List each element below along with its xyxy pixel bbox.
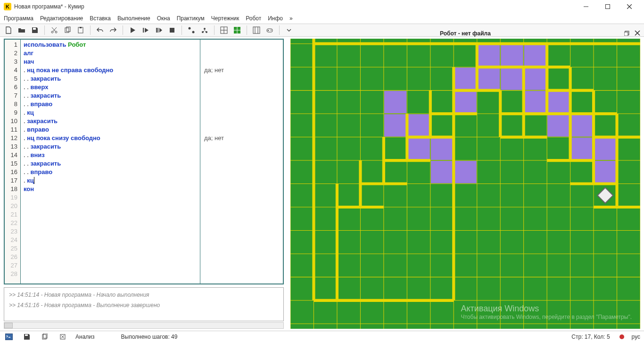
grid1-icon[interactable] [218, 25, 230, 36]
redo-icon[interactable] [107, 25, 119, 36]
menu-item[interactable]: » [289, 15, 293, 22]
svg-rect-81 [594, 161, 616, 183]
svg-rect-88 [454, 161, 476, 183]
svg-rect-69 [478, 67, 500, 90]
step-over-icon[interactable] [153, 25, 165, 36]
title-bar: K Новая программа* - Кумир [0, 0, 644, 13]
svg-rect-11 [143, 28, 144, 33]
svg-rect-32 [624, 32, 628, 36]
svg-rect-14 [170, 28, 174, 33]
clear-status-icon[interactable] [58, 333, 68, 341]
svg-point-30 [271, 30, 272, 31]
svg-rect-87 [431, 161, 453, 183]
svg-rect-4 [33, 28, 36, 30]
restore-icon[interactable] [624, 30, 630, 37]
svg-rect-82 [384, 91, 406, 113]
svg-rect-86 [431, 138, 453, 160]
svg-rect-13 [157, 28, 158, 33]
copy-status-icon[interactable] [40, 333, 50, 341]
svg-point-15 [189, 27, 191, 30]
window-title: Новая программа* - Кумир [14, 3, 84, 10]
svg-point-16 [192, 31, 195, 33]
svg-rect-75 [524, 91, 546, 113]
svg-rect-83 [384, 114, 406, 136]
svg-rect-68 [454, 67, 476, 90]
svg-rect-12 [156, 28, 157, 33]
annotation-column: да; нет да; нет [200, 40, 283, 284]
code-area[interactable]: использовать Роботалгнач. нц пока не спр… [21, 40, 200, 284]
close-button[interactable] [619, 0, 640, 13]
code-editor[interactable]: 1234567891011121314151617181920212223242… [4, 39, 284, 284]
svg-rect-26 [253, 27, 260, 33]
line-gutter: 1234567891011121314151617181920212223242… [5, 40, 21, 284]
status-analysis: Анализ [75, 334, 95, 340]
breakpoints-icon[interactable] [186, 25, 197, 36]
svg-rect-70 [478, 44, 500, 67]
svg-rect-67 [454, 91, 476, 113]
status-bar: Анализ Выполнено шагов: 49 Стр: 17, Кол:… [0, 331, 644, 342]
app-logo: K [4, 3, 11, 10]
menu-item[interactable]: Выполнение [117, 15, 150, 22]
svg-rect-74 [524, 67, 546, 90]
new-file-icon[interactable] [3, 25, 14, 36]
save-status-icon[interactable] [22, 333, 32, 341]
robot-panel-title-bar: Робот - нет файла [290, 28, 640, 39]
svg-rect-79 [571, 138, 593, 160]
save-file-icon[interactable] [29, 25, 41, 36]
menu-item[interactable]: Вставка [90, 15, 111, 22]
svg-rect-124 [25, 334, 28, 336]
svg-rect-73 [524, 44, 546, 67]
svg-rect-76 [547, 91, 570, 113]
menu-item[interactable]: Окна [157, 15, 170, 22]
menu-item[interactable]: Программа [4, 15, 33, 22]
undo-icon[interactable] [94, 25, 106, 36]
status-cursor-pos: Стр: 17, Кол: 5 [571, 334, 610, 340]
copy-icon[interactable] [62, 25, 73, 36]
status-lang: рус [632, 334, 640, 340]
record-indicator-icon [619, 334, 624, 339]
robot-pane: Робот - нет файла Активация Windows Чтоб… [290, 39, 640, 329]
svg-rect-71 [501, 44, 523, 67]
gamepad-icon[interactable] [264, 25, 275, 36]
menu-item[interactable]: Чертежник [211, 15, 239, 22]
grid2-icon[interactable] [251, 25, 262, 36]
open-file-icon[interactable] [16, 25, 27, 36]
step-icon[interactable] [140, 25, 151, 36]
main-area: 1234567891011121314151617181920212223242… [0, 37, 644, 331]
cut-icon[interactable] [49, 25, 60, 36]
svg-rect-77 [547, 114, 570, 136]
robot-field[interactable]: Активация Windows Чтобы активировать Win… [290, 39, 640, 329]
svg-rect-10 [80, 27, 82, 28]
minimize-button[interactable] [575, 0, 597, 13]
svg-rect-84 [407, 114, 429, 136]
stop-icon[interactable] [166, 25, 178, 36]
menu-item[interactable]: Редактирование [40, 15, 83, 22]
svg-rect-78 [571, 114, 593, 136]
svg-rect-123 [6, 334, 13, 340]
panel-close-icon[interactable] [635, 30, 640, 37]
status-steps: Выполнено шагов: 49 [121, 334, 178, 340]
horizontal-scrollbar[interactable] [4, 322, 284, 329]
output-console[interactable]: >> 14:51:14 - Новая программа - Начало в… [4, 287, 284, 321]
grid-green-icon[interactable] [231, 25, 243, 36]
menu-item[interactable]: Практикум [177, 15, 205, 22]
editor-pane: 1234567891011121314151617181920212223242… [4, 39, 284, 329]
terminal-icon[interactable] [4, 333, 14, 341]
menu-item[interactable]: Робот [246, 15, 261, 22]
paste-icon[interactable] [75, 25, 86, 36]
svg-point-17 [204, 28, 206, 30]
svg-rect-1 [606, 5, 610, 9]
variables-icon[interactable] [199, 25, 210, 36]
svg-rect-85 [407, 138, 429, 160]
robot-panel-title: Робот - нет файла [440, 30, 491, 37]
run-icon[interactable] [127, 25, 138, 36]
menu-item[interactable]: Инфо [268, 15, 283, 22]
svg-rect-72 [501, 67, 523, 90]
maximize-button[interactable] [597, 0, 619, 13]
menu-bar: ПрограммаРедактированиеВставкаВыполнение… [0, 13, 644, 24]
svg-rect-80 [594, 138, 616, 160]
